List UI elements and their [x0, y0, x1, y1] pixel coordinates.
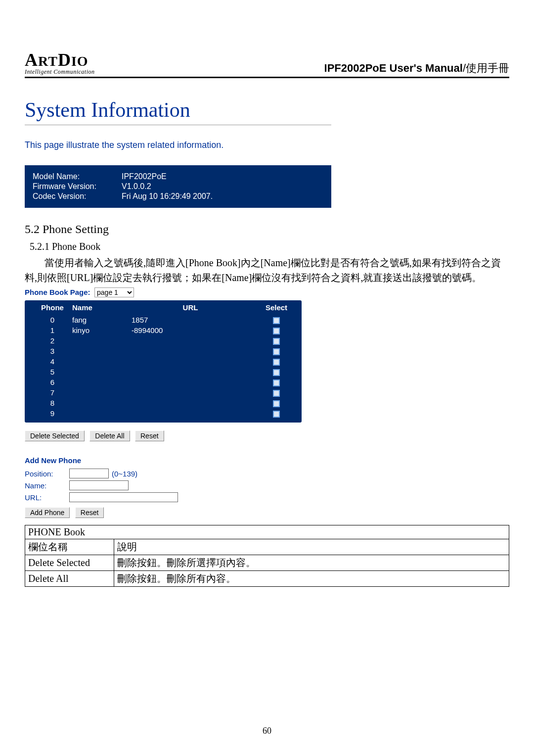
select-checkbox[interactable]: [273, 338, 280, 345]
cell-phone: 1: [33, 326, 72, 334]
cell-select: [259, 409, 294, 418]
cell-select: [259, 357, 294, 366]
select-checkbox[interactable]: [273, 348, 280, 355]
system-info-desc: This page illustrate the system related …: [25, 140, 509, 150]
cell-phone: 3: [33, 347, 72, 355]
explain-col-name-header: 欄位名稱: [25, 539, 114, 555]
manual-title-bold: IPF2002PoE User's Manual: [324, 62, 463, 74]
codec-version-value: Fri Aug 10 16:29:49 2007.: [122, 192, 213, 201]
explain-cell-desc: 刪除按鈕。刪除所有內容。: [114, 571, 509, 587]
firmware-version-label: Firmware Version:: [33, 182, 122, 191]
add-new-phone-heading: Add New Phone: [25, 456, 509, 465]
explain-row: Delete Selected 刪除按鈕。刪除所選擇項內容。: [25, 555, 509, 571]
table-row: 0fang1857: [25, 315, 302, 325]
phone-book-page-row: Phone Book Page: page 1: [25, 287, 509, 297]
table-row: 7: [25, 387, 302, 398]
explain-col-desc-header: 說明: [114, 539, 509, 555]
delete-selected-button[interactable]: Delete Selected: [25, 430, 85, 441]
cell-phone: 4: [33, 357, 72, 366]
section-5-2-1-heading: 5.2.1 Phone Book: [30, 241, 509, 252]
system-info-box: Model Name: IPF2002PoE Firmware Version:…: [25, 165, 331, 208]
cell-phone: 2: [33, 336, 72, 345]
select-checkbox[interactable]: [273, 400, 280, 407]
cell-name: fang: [72, 316, 122, 324]
system-info-heading: System Information: [25, 98, 331, 125]
explain-title: PHONE Book: [25, 525, 509, 539]
add-name-label: Name:: [25, 481, 69, 490]
select-checkbox[interactable]: [273, 411, 280, 418]
select-checkbox[interactable]: [273, 369, 280, 376]
add-position-hint: (0~139): [112, 470, 137, 478]
col-url-header: URL: [122, 303, 259, 312]
phone-book-buttons: Delete Selected Delete All Reset: [25, 430, 509, 441]
cell-phone: 0: [33, 316, 72, 324]
cell-phone: 9: [33, 409, 72, 418]
table-row: 5: [25, 367, 302, 377]
add-name-row: Name:: [25, 480, 509, 490]
table-row: 9: [25, 408, 302, 419]
cell-phone: 5: [33, 368, 72, 376]
cell-select: [259, 316, 294, 324]
select-checkbox[interactable]: [273, 390, 280, 397]
add-url-input[interactable]: [69, 492, 178, 502]
select-checkbox[interactable]: [273, 317, 280, 324]
table-header-row: Phone Name URL Select: [25, 302, 302, 315]
model-name-row: Model Name: IPF2002PoE: [33, 172, 323, 181]
delete-all-button[interactable]: Delete All: [89, 430, 130, 441]
model-name-label: Model Name:: [33, 172, 122, 181]
explain-table: PHONE Book 欄位名稱 說明 Delete Selected 刪除按鈕。…: [25, 525, 509, 587]
manual-title-suffix: /使用手冊: [463, 62, 509, 74]
cell-select: [259, 336, 294, 345]
cell-select: [259, 399, 294, 407]
brand-logo: ARTDIO: [25, 49, 94, 70]
cell-url: -8994000: [122, 326, 259, 334]
cell-phone: 6: [33, 378, 72, 386]
table-row: 4: [25, 356, 302, 367]
section-5-2-heading: 5.2 Phone Setting: [25, 223, 509, 236]
explain-cell-name: Delete All: [25, 571, 114, 587]
add-name-input[interactable]: [69, 480, 129, 490]
cell-name: kinyo: [72, 326, 122, 334]
col-name-header: Name: [72, 303, 122, 312]
col-select-header: Select: [259, 303, 294, 312]
brand-tagline: Intelligent Communication: [25, 68, 94, 76]
explain-title-row: PHONE Book: [25, 525, 509, 539]
add-url-row: URL:: [25, 492, 509, 502]
cell-phone: 8: [33, 399, 72, 407]
add-phone-buttons: Add Phone Reset: [25, 507, 509, 518]
cell-select: [259, 347, 294, 355]
table-row: 6: [25, 377, 302, 387]
select-checkbox[interactable]: [273, 379, 280, 386]
phone-book-paragraph: 當使用者輸入之號碼後,隨即進入[Phone Book]內之[Name]欄位比對是…: [25, 255, 509, 285]
page-header: ARTDIO Intelligent Communication IPF2002…: [25, 49, 509, 78]
reset-button[interactable]: Reset: [135, 430, 164, 441]
phone-book-page-select[interactable]: page 1: [94, 287, 134, 297]
add-url-label: URL:: [25, 493, 69, 502]
cell-select: [259, 326, 294, 334]
model-name-value: IPF2002PoE: [122, 172, 167, 181]
cell-select: [259, 368, 294, 376]
explain-cell-desc: 刪除按鈕。刪除所選擇項內容。: [114, 555, 509, 571]
firmware-version-value: V1.0.0.2: [122, 182, 151, 191]
select-checkbox[interactable]: [273, 359, 280, 366]
cell-phone: 7: [33, 388, 72, 397]
reset-add-button[interactable]: Reset: [75, 507, 104, 518]
table-row: 1kinyo-8994000: [25, 325, 302, 335]
page-number: 60: [0, 726, 534, 736]
cell-url: 1857: [122, 316, 259, 324]
firmware-version-row: Firmware Version: V1.0.0.2: [33, 182, 323, 191]
codec-version-label: Codec Version:: [33, 192, 122, 201]
add-position-input[interactable]: [69, 469, 109, 478]
phone-book-table: Phone Name URL Select 0fang1857 1kinyo-8…: [25, 300, 302, 423]
add-phone-button[interactable]: Add Phone: [25, 507, 70, 518]
explain-header-row: 欄位名稱 說明: [25, 539, 509, 555]
col-phone-header: Phone: [33, 303, 72, 312]
table-row: 8: [25, 398, 302, 408]
explain-row: Delete All 刪除按鈕。刪除所有內容。: [25, 571, 509, 587]
cell-select: [259, 388, 294, 397]
manual-title: IPF2002PoE User's Manual/使用手冊: [324, 61, 509, 76]
select-checkbox[interactable]: [273, 328, 280, 334]
codec-version-row: Codec Version: Fri Aug 10 16:29:49 2007.: [33, 192, 323, 201]
cell-select: [259, 378, 294, 386]
table-row: 3: [25, 346, 302, 356]
